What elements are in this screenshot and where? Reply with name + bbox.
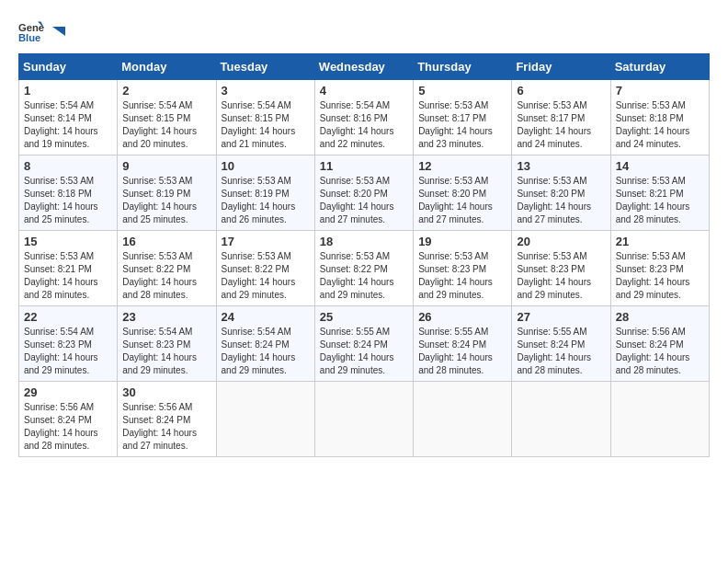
day-info: Sunrise: 5:53 AM Sunset: 8:20 PM Dayligh… (320, 175, 408, 226)
calendar-cell: 21Sunrise: 5:53 AM Sunset: 8:23 PM Dayli… (610, 231, 709, 306)
day-info: Sunrise: 5:55 AM Sunset: 8:24 PM Dayligh… (320, 326, 408, 377)
calendar-cell: 8Sunrise: 5:53 AM Sunset: 8:18 PM Daylig… (19, 155, 118, 231)
day-info: Sunrise: 5:53 AM Sunset: 8:23 PM Dayligh… (517, 250, 605, 302)
calendar-cell: 6Sunrise: 5:53 AM Sunset: 8:17 PM Daylig… (512, 80, 610, 155)
calendar-header-saturday: Saturday (610, 54, 709, 80)
calendar-cell: 29Sunrise: 5:56 AM Sunset: 8:24 PM Dayli… (19, 382, 118, 457)
logo: General Blue (18, 18, 66, 44)
day-info: Sunrise: 5:53 AM Sunset: 8:23 PM Dayligh… (616, 250, 704, 302)
calendar-cell: 11Sunrise: 5:53 AM Sunset: 8:20 PM Dayli… (314, 155, 413, 231)
calendar-week-row: 29Sunrise: 5:56 AM Sunset: 8:24 PM Dayli… (19, 382, 710, 457)
day-number: 15 (24, 235, 112, 248)
day-info: Sunrise: 5:53 AM Sunset: 8:21 PM Dayligh… (24, 250, 112, 302)
day-number: 3 (222, 84, 310, 98)
calendar-header-friday: Friday (512, 54, 610, 80)
day-number: 22 (24, 310, 112, 324)
day-info: Sunrise: 5:53 AM Sunset: 8:22 PM Dayligh… (222, 250, 310, 302)
calendar-cell: 27Sunrise: 5:55 AM Sunset: 8:24 PM Dayli… (512, 306, 610, 382)
day-number: 5 (418, 84, 506, 98)
logo-triangle-icon (49, 23, 65, 40)
day-info: Sunrise: 5:54 AM Sunset: 8:14 PM Dayligh… (24, 99, 112, 151)
day-number: 2 (122, 84, 210, 98)
calendar-cell (512, 382, 610, 457)
day-info: Sunrise: 5:56 AM Sunset: 8:24 PM Dayligh… (122, 401, 210, 453)
calendar-header-sunday: Sunday (19, 54, 118, 80)
day-number: 6 (517, 84, 605, 98)
calendar-header-monday: Monday (118, 54, 216, 80)
day-info: Sunrise: 5:53 AM Sunset: 8:22 PM Dayligh… (122, 250, 210, 302)
svg-text:Blue: Blue (18, 32, 40, 43)
calendar-cell: 18Sunrise: 5:53 AM Sunset: 8:22 PM Dayli… (314, 231, 413, 306)
day-info: Sunrise: 5:53 AM Sunset: 8:17 PM Dayligh… (418, 99, 506, 151)
day-number: 24 (222, 310, 310, 324)
svg-marker-3 (52, 27, 65, 36)
calendar-cell (216, 382, 314, 457)
calendar-cell: 22Sunrise: 5:54 AM Sunset: 8:23 PM Dayli… (19, 306, 118, 382)
day-number: 16 (122, 235, 210, 248)
day-info: Sunrise: 5:53 AM Sunset: 8:20 PM Dayligh… (418, 175, 506, 226)
day-number: 7 (616, 84, 704, 98)
calendar-cell: 12Sunrise: 5:53 AM Sunset: 8:20 PM Dayli… (414, 155, 512, 231)
day-number: 23 (122, 310, 210, 324)
day-info: Sunrise: 5:53 AM Sunset: 8:19 PM Dayligh… (122, 175, 210, 226)
day-number: 12 (418, 159, 506, 173)
day-number: 19 (418, 235, 506, 248)
calendar-body: 1Sunrise: 5:54 AM Sunset: 8:14 PM Daylig… (19, 80, 710, 457)
day-info: Sunrise: 5:55 AM Sunset: 8:24 PM Dayligh… (517, 326, 605, 377)
calendar-header-wednesday: Wednesday (314, 54, 413, 80)
day-info: Sunrise: 5:56 AM Sunset: 8:24 PM Dayligh… (616, 326, 704, 377)
day-number: 14 (616, 159, 704, 173)
calendar-cell: 16Sunrise: 5:53 AM Sunset: 8:22 PM Dayli… (118, 231, 216, 306)
day-info: Sunrise: 5:55 AM Sunset: 8:24 PM Dayligh… (418, 326, 506, 377)
calendar-cell: 17Sunrise: 5:53 AM Sunset: 8:22 PM Dayli… (216, 231, 314, 306)
day-info: Sunrise: 5:54 AM Sunset: 8:23 PM Dayligh… (24, 326, 112, 377)
calendar-cell: 14Sunrise: 5:53 AM Sunset: 8:21 PM Dayli… (610, 155, 709, 231)
calendar-cell: 26Sunrise: 5:55 AM Sunset: 8:24 PM Dayli… (414, 306, 512, 382)
day-number: 10 (222, 159, 310, 173)
day-number: 30 (122, 385, 210, 399)
day-info: Sunrise: 5:53 AM Sunset: 8:18 PM Dayligh… (616, 99, 704, 151)
calendar-table: SundayMondayTuesdayWednesdayThursdayFrid… (18, 53, 710, 457)
day-number: 26 (418, 310, 506, 324)
day-info: Sunrise: 5:56 AM Sunset: 8:24 PM Dayligh… (24, 401, 112, 453)
calendar-cell: 4Sunrise: 5:54 AM Sunset: 8:16 PM Daylig… (314, 80, 413, 155)
day-info: Sunrise: 5:54 AM Sunset: 8:24 PM Dayligh… (222, 326, 310, 377)
calendar-cell: 3Sunrise: 5:54 AM Sunset: 8:15 PM Daylig… (216, 80, 314, 155)
day-info: Sunrise: 5:54 AM Sunset: 8:16 PM Dayligh… (320, 99, 408, 151)
day-number: 20 (517, 235, 605, 248)
day-info: Sunrise: 5:53 AM Sunset: 8:19 PM Dayligh… (222, 175, 310, 226)
calendar-cell: 15Sunrise: 5:53 AM Sunset: 8:21 PM Dayli… (19, 231, 118, 306)
calendar-header-thursday: Thursday (414, 54, 512, 80)
calendar-cell: 23Sunrise: 5:54 AM Sunset: 8:23 PM Dayli… (118, 306, 216, 382)
calendar-cell (610, 382, 709, 457)
calendar-cell: 19Sunrise: 5:53 AM Sunset: 8:23 PM Dayli… (414, 231, 512, 306)
day-number: 13 (517, 159, 605, 173)
day-number: 8 (24, 159, 112, 173)
day-info: Sunrise: 5:53 AM Sunset: 8:18 PM Dayligh… (24, 175, 112, 226)
calendar-header-tuesday: Tuesday (216, 54, 314, 80)
calendar-cell: 28Sunrise: 5:56 AM Sunset: 8:24 PM Dayli… (610, 306, 709, 382)
calendar-week-row: 22Sunrise: 5:54 AM Sunset: 8:23 PM Dayli… (19, 306, 710, 382)
day-info: Sunrise: 5:54 AM Sunset: 8:15 PM Dayligh… (122, 99, 210, 151)
calendar-header-row: SundayMondayTuesdayWednesdayThursdayFrid… (19, 54, 710, 80)
calendar-cell: 2Sunrise: 5:54 AM Sunset: 8:15 PM Daylig… (118, 80, 216, 155)
day-number: 27 (517, 310, 605, 324)
day-number: 21 (616, 235, 704, 248)
day-number: 28 (616, 310, 704, 324)
calendar-cell (414, 382, 512, 457)
calendar-cell: 5Sunrise: 5:53 AM Sunset: 8:17 PM Daylig… (414, 80, 512, 155)
calendar-week-row: 8Sunrise: 5:53 AM Sunset: 8:18 PM Daylig… (19, 155, 710, 231)
day-info: Sunrise: 5:53 AM Sunset: 8:20 PM Dayligh… (517, 175, 605, 226)
calendar-week-row: 1Sunrise: 5:54 AM Sunset: 8:14 PM Daylig… (19, 80, 710, 155)
page-header: General Blue (18, 18, 710, 44)
day-info: Sunrise: 5:53 AM Sunset: 8:22 PM Dayligh… (320, 250, 408, 302)
day-number: 29 (24, 385, 112, 399)
day-number: 17 (222, 235, 310, 248)
day-number: 18 (320, 235, 408, 248)
day-number: 9 (122, 159, 210, 173)
calendar-cell: 20Sunrise: 5:53 AM Sunset: 8:23 PM Dayli… (512, 231, 610, 306)
day-info: Sunrise: 5:54 AM Sunset: 8:23 PM Dayligh… (122, 326, 210, 377)
day-number: 25 (320, 310, 408, 324)
calendar-cell: 1Sunrise: 5:54 AM Sunset: 8:14 PM Daylig… (19, 80, 118, 155)
day-number: 11 (320, 159, 408, 173)
